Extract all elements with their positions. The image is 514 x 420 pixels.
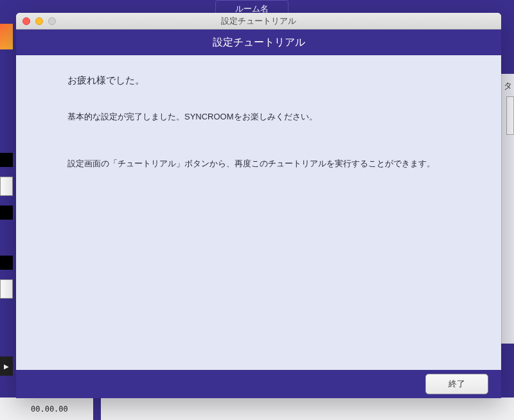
traffic-lights	[16, 17, 56, 25]
maximize-icon	[48, 17, 56, 25]
close-icon[interactable]	[22, 17, 30, 25]
minimize-icon[interactable]	[35, 17, 43, 25]
window-title: 設定チュートリアル	[16, 15, 501, 27]
bg-slot	[0, 153, 13, 167]
bg-slot	[0, 177, 13, 196]
bg-avatar	[0, 24, 13, 49]
titlebar[interactable]: 設定チュートリアル	[16, 13, 501, 30]
header-title: 設定チュートリアル	[213, 36, 305, 49]
tutorial-window: 設定チュートリアル 設定チュートリアル お疲れ様でした。 基本的な設定が完了しま…	[16, 13, 501, 398]
bg-right-label: タ	[504, 80, 512, 92]
bg-bottom-bar	[0, 398, 514, 420]
content-text-1: 基本的な設定が完了しました。SYNCROOMをお楽しみください。	[67, 109, 450, 124]
bg-slot	[0, 279, 13, 299]
content-heading: お疲れ様でした。	[67, 74, 450, 87]
bg-slot	[0, 256, 13, 270]
bg-bottom-sep	[93, 398, 101, 420]
content-text-2: 設定画面の「チュートリアル」ボタンから、再度このチュートリアルを実行することがで…	[67, 156, 450, 171]
tutorial-content: お疲れ様でした。 基本的な設定が完了しました。SYNCROOMをお楽しみください…	[16, 55, 501, 370]
bg-play-button: ▶	[0, 356, 13, 376]
tutorial-header: 設定チュートリアル	[16, 30, 501, 55]
tutorial-footer: 終了	[16, 370, 501, 398]
finish-button[interactable]: 終了	[425, 374, 488, 394]
bg-right-box	[506, 96, 514, 135]
bg-timecode: 00.00.00	[31, 405, 68, 414]
bg-slot	[0, 206, 13, 220]
